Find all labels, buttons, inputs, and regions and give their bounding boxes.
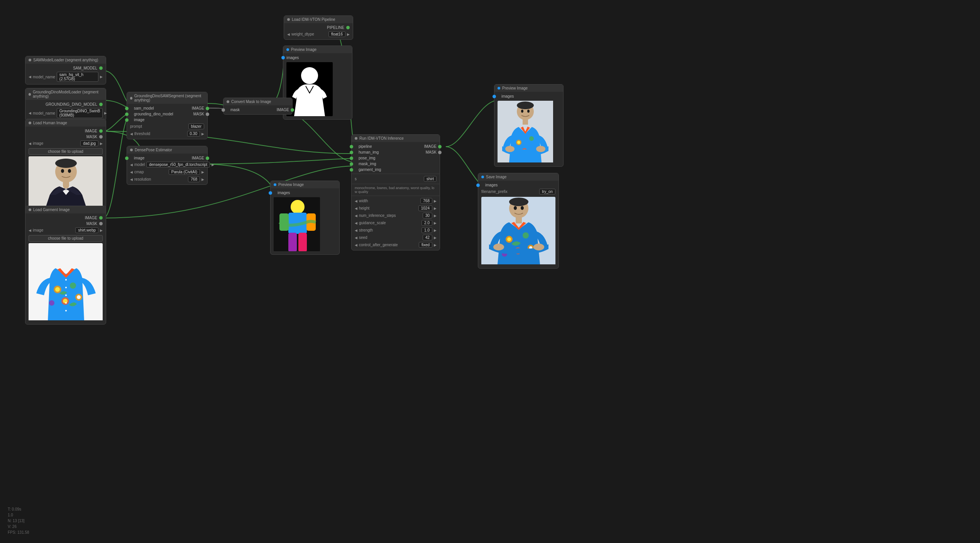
densepose-preview-image: [274, 197, 320, 251]
port-pose-img-in[interactable]: [350, 156, 353, 160]
upload-garment-btn[interactable]: choose file to upload: [29, 235, 103, 242]
param-garment-image-file: ◀ image shirt.webp ▶: [25, 227, 106, 234]
arrow-left-weight[interactable]: ◀: [287, 32, 290, 36]
arrow-left-densepose-cmap[interactable]: ◀: [130, 170, 133, 174]
port-human-mask-out[interactable]: [99, 135, 103, 139]
port-image-out-convert[interactable]: [291, 108, 294, 112]
input-densepose-image: image IMAGE: [127, 155, 207, 161]
param-value-human-image[interactable]: dad.jpg: [80, 140, 98, 146]
arrow-right-densepose-res[interactable]: ▶: [201, 178, 204, 181]
param-value-densepose-cmap[interactable]: Parula (CivitAI): [169, 169, 200, 175]
arrow-right-guidance[interactable]: ▶: [434, 221, 437, 225]
stat-line3: V: 26: [8, 524, 29, 529]
param-value-guidance[interactable]: 2.0: [421, 220, 432, 226]
upload-human-btn[interactable]: choose file to upload: [29, 148, 103, 155]
arrow-left-steps[interactable]: ◀: [355, 214, 357, 218]
port-images-output-in[interactable]: [493, 95, 496, 98]
arrow-left-dino-model[interactable]: ◀: [29, 111, 31, 115]
param-value-garment-image[interactable]: shirt.webp: [75, 227, 98, 233]
param-value-strength[interactable]: 1.0: [421, 227, 432, 233]
port-human-image-out[interactable]: [99, 129, 103, 133]
port-garment-mask-out[interactable]: [99, 222, 103, 225]
port-sam-model-in[interactable]: [125, 107, 129, 110]
arrow-right-sam-model[interactable]: ▶: [100, 75, 103, 79]
arrow-left-human-image[interactable]: ◀: [29, 142, 31, 145]
port-pipeline-in[interactable]: [350, 145, 353, 148]
param-value-seed[interactable]: 42: [423, 235, 432, 240]
port-images-save-in[interactable]: [476, 183, 480, 187]
param-value-densepose-res[interactable]: 768: [188, 176, 200, 182]
param-value-threshold[interactable]: 0.30: [187, 131, 200, 137]
arrow-right-weight[interactable]: ▶: [347, 32, 350, 36]
port-grounding-model-in[interactable]: [125, 112, 129, 116]
input-images-output: images: [494, 93, 563, 99]
output-label-pipeline: PIPELINE: [287, 25, 344, 30]
node-status-dot: [287, 18, 290, 21]
port-images-densepose-in[interactable]: [269, 191, 272, 195]
arrow-right-threshold[interactable]: ▶: [201, 132, 204, 136]
param-value-dino-model[interactable]: GroundingDINO_SwinB (938MB): [57, 108, 103, 118]
param-densepose-cmap: ◀ cmap Parula (CivitAI) ▶: [127, 168, 207, 176]
input-mask: mask IMAGE: [223, 107, 292, 113]
node-grounding-sam-segment: GroundingDinoSAMSegment (segment anythin…: [127, 92, 208, 139]
arrow-right-height[interactable]: ▶: [434, 206, 437, 210]
port-idm-mask-out[interactable]: [438, 151, 442, 154]
stat-time: T: 0.09s: [8, 506, 29, 512]
port-sam-out[interactable]: [99, 66, 103, 70]
port-mask-in-convert[interactable]: [222, 108, 225, 112]
arrow-right-strength[interactable]: ▶: [434, 228, 437, 232]
arrow-left-height[interactable]: ◀: [355, 206, 357, 210]
arrow-left-densepose-model[interactable]: ◀: [130, 163, 133, 167]
param-value-prompt[interactable]: blazer: [188, 123, 204, 129]
arrow-right-seed[interactable]: ▶: [434, 236, 437, 240]
param-height: ◀ height 1024 ▶: [352, 205, 440, 212]
arrow-left-strength[interactable]: ◀: [355, 228, 357, 232]
arrow-right-densepose-model[interactable]: ▶: [212, 163, 214, 167]
arrow-left-sam-model[interactable]: ◀: [29, 75, 31, 79]
arrow-right-densepose-cmap[interactable]: ▶: [201, 170, 204, 174]
port-mask-out-segment[interactable]: [206, 112, 209, 116]
arrow-left-threshold[interactable]: ◀: [130, 132, 133, 136]
arrow-left-seed[interactable]: ◀: [355, 236, 357, 240]
port-pipeline-out[interactable]: [346, 26, 350, 29]
arrow-right-human-image[interactable]: ▶: [100, 142, 103, 145]
node-title-grounding-dino-loader: GroundingDinoModelLoader (segment anythi…: [33, 90, 103, 98]
arrow-left-densepose-res[interactable]: ◀: [130, 178, 133, 181]
arrow-right-width[interactable]: ▶: [434, 199, 437, 203]
port-human-img-in[interactable]: [350, 151, 353, 154]
arrow-right-steps[interactable]: ▶: [434, 214, 437, 218]
port-image-out-segment[interactable]: [206, 107, 209, 110]
stat-line1: 1.0: [8, 512, 29, 518]
port-densepose-image-in[interactable]: [125, 156, 129, 160]
param-value-height[interactable]: 1024: [418, 205, 432, 211]
arrow-right-dino-model[interactable]: ▶: [104, 111, 107, 115]
port-grounding-dino-out[interactable]: [99, 103, 103, 106]
garment-image-preview: [29, 243, 103, 321]
param-value-filename-prefix[interactable]: try_on: [539, 189, 555, 195]
arrow-left-garment-image[interactable]: ◀: [29, 228, 31, 232]
port-garment-image-out[interactable]: [99, 216, 103, 220]
param-value-sam-model[interactable]: sam_hq_vit_h (2.57GB): [57, 72, 98, 82]
port-garment-img-in[interactable]: [350, 168, 353, 171]
node-header-sam-segment: GroundingDinoSAMSegment (segment anythin…: [127, 92, 207, 104]
port-images-mask-in[interactable]: [281, 56, 285, 59]
arrow-left-control[interactable]: ◀: [355, 243, 357, 247]
arrow-left-width[interactable]: ◀: [355, 199, 357, 203]
node-body-sam: SAM_MODEL ◀ model_name sam_hq_vit_h (2.5…: [25, 64, 106, 84]
param-value-s[interactable]: shirt: [424, 176, 437, 182]
param-value-weight[interactable]: float16: [328, 31, 345, 37]
port-mask-img-in[interactable]: [350, 162, 353, 166]
node-body-sam-segment: sam_model IMAGE grounding_dino_model MAS…: [127, 104, 207, 139]
arrow-left-guidance[interactable]: ◀: [355, 221, 357, 225]
input-images-mask: images: [283, 55, 352, 61]
param-value-control[interactable]: fixed: [419, 242, 432, 248]
port-image-in-segment[interactable]: [125, 118, 129, 122]
param-value-densepose-model[interactable]: densepose_r50_fpn_dl.torchscript: [146, 162, 210, 167]
arrow-right-control[interactable]: ▶: [434, 243, 437, 247]
port-densepose-out[interactable]: [206, 156, 209, 160]
param-value-steps[interactable]: 30: [423, 213, 432, 218]
input-images-densepose: images: [271, 190, 339, 196]
arrow-right-garment-image[interactable]: ▶: [100, 228, 103, 232]
port-idm-image-out[interactable]: [438, 145, 442, 148]
param-value-width[interactable]: 768: [420, 198, 432, 204]
